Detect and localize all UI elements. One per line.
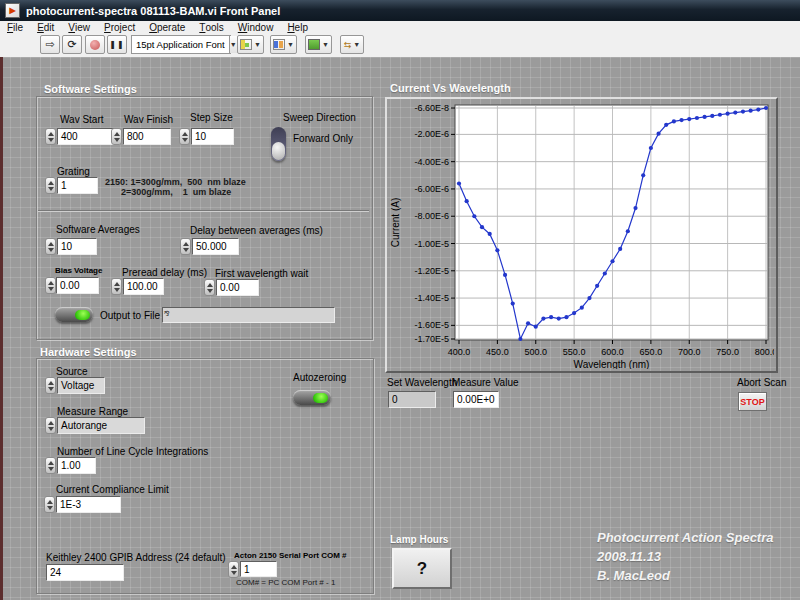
path-icon: ⅋ <box>164 310 169 318</box>
preread-delay-spinner[interactable] <box>111 278 122 295</box>
software-settings-divider <box>38 210 369 212</box>
svg-text:700.0: 700.0 <box>678 347 701 357</box>
measure-range-field[interactable]: Autorange <box>57 417 145 434</box>
font-selector[interactable]: 15pt Application Font ▼ <box>131 35 231 54</box>
svg-text:-2.00E-6: -2.00E-6 <box>414 129 449 139</box>
software-averages-spinner[interactable] <box>45 238 56 255</box>
output-to-file-toggle[interactable] <box>55 307 93 322</box>
line-cycle-integrations-spinner[interactable] <box>45 457 56 474</box>
step-size-spinner[interactable] <box>179 128 190 145</box>
grating-note-line2: 2=300g/mm, 1 um blaze <box>121 187 231 197</box>
output-to-file-label: Output to File <box>100 310 160 321</box>
chart-svg[interactable]: -6.60E-8-2.00E-6-4.00E-6-6.00E-6-8.00E-6… <box>385 97 774 369</box>
step-size-field[interactable]: 10 <box>191 128 234 145</box>
wav-finish-spinner[interactable] <box>111 128 122 145</box>
menu-operate[interactable]: Operate <box>142 21 192 34</box>
bias-voltage-label: Bias Voltage <box>55 266 102 275</box>
title-bar: ▶ photocurrent-spectra 081113-BAM.vi Fro… <box>0 0 800 21</box>
svg-text:-1.60E-5: -1.60E-5 <box>414 320 449 330</box>
current-compliance-limit-label: Current Compliance Limit <box>56 484 169 495</box>
acton-com-spinner[interactable] <box>228 561 239 578</box>
svg-text:650.0: 650.0 <box>640 347 663 357</box>
chevron-down-icon: ▼ <box>229 36 237 53</box>
preread-delay-field[interactable]: 100.00 <box>123 278 164 295</box>
align-objects-button[interactable]: ▼ <box>237 35 264 54</box>
output-file-path-field[interactable]: ⅋ <box>162 307 335 323</box>
svg-text:750.0: 750.0 <box>716 347 739 357</box>
autozeroing-toggle[interactable] <box>293 390 331 405</box>
lamp-hours-button[interactable]: ? <box>392 548 452 589</box>
window-left-border <box>0 57 3 600</box>
sweep-direction-switch[interactable] <box>271 127 286 161</box>
current-compliance-limit-field[interactable]: 1E-3 <box>56 496 121 513</box>
abort-button[interactable] <box>85 35 105 54</box>
delay-between-averages-field[interactable]: 50.000 <box>192 238 239 255</box>
resize-objects-icon <box>308 39 320 50</box>
reorder-button[interactable]: ⇆ ▼ <box>340 35 364 54</box>
signature-line3: B. MacLeod <box>597 568 670 583</box>
abort-scan-label: Abort Scan <box>737 377 786 388</box>
menu-window[interactable]: Window <box>231 21 281 34</box>
set-wavelength-label: Set Wavelength <box>387 377 457 388</box>
menu-edit[interactable]: Edit <box>30 21 61 34</box>
source-field[interactable]: Voltage <box>57 377 105 394</box>
current-compliance-limit-spinner[interactable] <box>44 496 55 513</box>
svg-text:-6.60E-8: -6.60E-8 <box>414 103 449 113</box>
measure-value-label: Measure Value <box>452 377 519 388</box>
svg-text:400.0: 400.0 <box>448 347 471 357</box>
labview-icon: ▶ <box>5 3 20 18</box>
svg-text:-1.70E-5: -1.70E-5 <box>414 334 449 344</box>
measure-value-field: 0.00E+0 <box>453 391 499 408</box>
acton-com-field[interactable]: 1 <box>240 561 277 577</box>
keithley-gpib-field[interactable]: 24 <box>46 564 124 581</box>
bias-voltage-field[interactable]: 0.00 <box>56 277 99 294</box>
measure-range-label: Measure Range <box>57 406 128 417</box>
wav-finish-field[interactable]: 800 <box>123 128 171 145</box>
step-size-label: Step Size <box>190 112 233 123</box>
stop-button[interactable]: STOP <box>738 392 767 411</box>
first-wavelength-wait-spinner[interactable] <box>204 279 215 296</box>
first-wavelength-wait-label: First wavelength wait <box>215 268 308 279</box>
set-wavelength-field: 0 <box>388 391 436 408</box>
resize-objects-button[interactable]: ▼ <box>305 35 332 54</box>
svg-text:-1.40E-5: -1.40E-5 <box>414 293 449 303</box>
sweep-direction-label: Sweep Direction <box>283 112 356 123</box>
svg-text:-6.00E-6: -6.00E-6 <box>414 184 449 194</box>
grating-note-line1: 2150: 1=300g/mm, 500 nm blaze <box>105 177 246 187</box>
distribute-objects-button[interactable]: ▼ <box>270 35 297 54</box>
delay-between-averages-spinner[interactable] <box>180 238 191 255</box>
wav-start-spinner[interactable] <box>45 128 56 145</box>
svg-text:-8.00E-6: -8.00E-6 <box>414 211 449 221</box>
run-continuous-button[interactable]: ⟳ <box>62 35 82 54</box>
pause-button[interactable]: ❚❚ <box>107 35 127 54</box>
run-button[interactable]: ⇨ <box>40 35 60 54</box>
signature-line1: Photocurrent Action Spectra <box>597 530 773 545</box>
line-cycle-integrations-field[interactable]: 1.00 <box>57 457 96 474</box>
hardware-settings-title: Hardware Settings <box>40 346 137 358</box>
menu-view[interactable]: View <box>61 21 97 34</box>
distribute-objects-icon <box>273 39 285 50</box>
grating-field[interactable]: 1 <box>57 177 98 194</box>
autozeroing-label: Autozeroing <box>293 372 346 383</box>
measure-range-spinner[interactable] <box>45 417 56 434</box>
svg-text:800.0: 800.0 <box>755 347 774 357</box>
software-averages-field[interactable]: 10 <box>57 238 97 255</box>
grating-label: Grating <box>57 166 90 177</box>
reorder-icon: ⇆ <box>344 40 352 50</box>
acton-com-label: Acton 2150 Serial Port COM # <box>234 551 346 560</box>
menu-tools[interactable]: Tools <box>192 21 230 34</box>
menu-help[interactable]: Help <box>280 21 315 34</box>
menu-project[interactable]: Project <box>97 21 142 34</box>
software-averages-label: Software Averages <box>56 224 140 235</box>
svg-text:Wavelength (nm): Wavelength (nm) <box>574 359 650 369</box>
menu-bar: File Edit View Project Operate Tools Win… <box>0 21 800 35</box>
line-cycle-integrations-label: Number of Line Cycle Integrations <box>57 446 208 457</box>
bias-voltage-spinner[interactable] <box>45 277 56 294</box>
keithley-gpib-label: Keithley 2400 GPIB Address (24 default) <box>46 552 226 563</box>
grating-spinner[interactable] <box>45 177 56 194</box>
source-spinner[interactable] <box>45 377 56 394</box>
first-wavelength-wait-field[interactable]: 0.00 <box>216 279 259 296</box>
menu-file[interactable]: File <box>0 21 30 34</box>
switch-knob <box>272 142 285 160</box>
software-settings-title: Software Settings <box>44 83 137 95</box>
